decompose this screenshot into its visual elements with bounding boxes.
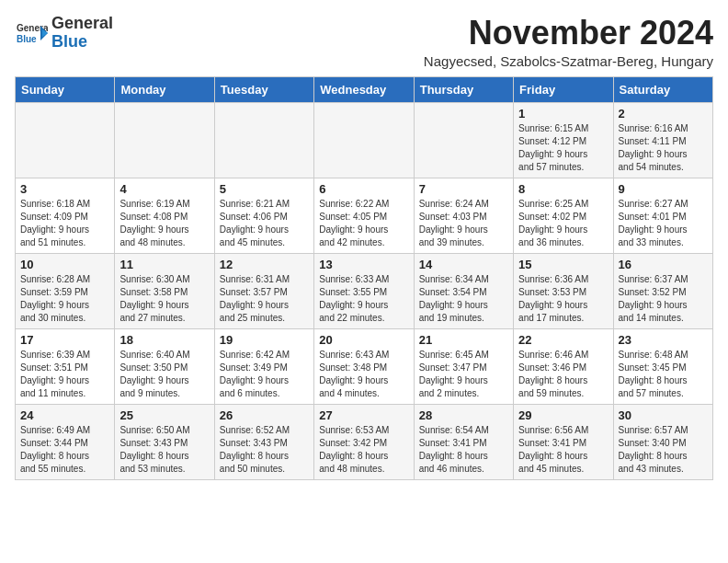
day-info: Sunrise: 6:30 AM Sunset: 3:58 PM Dayligh… [119,273,209,325]
header-day-saturday: Saturday [613,76,712,102]
calendar-cell: 8Sunrise: 6:25 AM Sunset: 4:02 PM Daylig… [514,178,613,253]
day-info: Sunrise: 6:56 AM Sunset: 3:41 PM Dayligh… [518,424,608,476]
calendar-cell: 12Sunrise: 6:31 AM Sunset: 3:57 PM Dayli… [214,253,313,328]
calendar-header: SundayMondayTuesdayWednesdayThursdayFrid… [16,76,713,102]
day-info: Sunrise: 6:52 AM Sunset: 3:43 PM Dayligh… [220,424,309,476]
day-info: Sunrise: 6:43 AM Sunset: 3:48 PM Dayligh… [319,349,408,400]
logo: General Blue General Blue [15,15,113,52]
day-number: 24 [20,408,109,422]
day-number: 23 [619,333,708,347]
day-info: Sunrise: 6:25 AM Sunset: 4:02 PM Dayligh… [518,198,608,249]
calendar-cell: 6Sunrise: 6:22 AM Sunset: 4:05 PM Daylig… [314,178,414,253]
calendar-cell: 15Sunrise: 6:36 AM Sunset: 3:53 PM Dayli… [514,253,613,328]
day-info: Sunrise: 6:31 AM Sunset: 3:57 PM Dayligh… [220,273,309,325]
day-info: Sunrise: 6:21 AM Sunset: 4:06 PM Dayligh… [220,198,309,249]
day-info: Sunrise: 6:39 AM Sunset: 3:51 PM Dayligh… [20,349,109,400]
calendar-cell [314,102,414,178]
calendar-cell: 21Sunrise: 6:45 AM Sunset: 3:47 PM Dayli… [414,328,513,404]
day-info: Sunrise: 6:57 AM Sunset: 3:40 PM Dayligh… [619,424,708,476]
day-number: 22 [518,333,608,347]
week-row: 10Sunrise: 6:28 AM Sunset: 3:59 PM Dayli… [16,253,713,328]
day-number: 9 [619,182,708,196]
day-info: Sunrise: 6:28 AM Sunset: 3:59 PM Dayligh… [20,273,109,325]
day-info: Sunrise: 6:53 AM Sunset: 3:42 PM Dayligh… [319,424,408,476]
day-info: Sunrise: 6:33 AM Sunset: 3:55 PM Dayligh… [319,273,408,325]
calendar-cell: 25Sunrise: 6:50 AM Sunset: 3:43 PM Dayli… [115,404,214,479]
location: Nagyecsed, Szabolcs-Szatmar-Bereg, Hunga… [424,53,713,69]
calendar-cell: 2Sunrise: 6:16 AM Sunset: 4:11 PM Daylig… [613,102,712,178]
week-row: 24Sunrise: 6:49 AM Sunset: 3:44 PM Dayli… [16,404,713,479]
calendar-cell: 9Sunrise: 6:27 AM Sunset: 4:01 PM Daylig… [613,178,712,253]
calendar-cell: 17Sunrise: 6:39 AM Sunset: 3:51 PM Dayli… [16,328,115,404]
day-number: 27 [319,408,408,422]
day-number: 12 [220,258,309,271]
day-info: Sunrise: 6:16 AM Sunset: 4:11 PM Dayligh… [619,122,708,174]
day-number: 28 [419,408,508,422]
calendar-cell [16,102,115,178]
calendar-cell: 3Sunrise: 6:18 AM Sunset: 4:09 PM Daylig… [16,178,115,253]
day-number: 21 [419,333,508,347]
calendar-cell: 23Sunrise: 6:48 AM Sunset: 3:45 PM Dayli… [613,328,712,404]
day-number: 1 [518,107,608,121]
calendar-cell: 20Sunrise: 6:43 AM Sunset: 3:48 PM Dayli… [314,328,414,404]
logo-icon: General Blue [15,17,48,50]
calendar-cell: 1Sunrise: 6:15 AM Sunset: 4:12 PM Daylig… [514,102,613,178]
day-info: Sunrise: 6:24 AM Sunset: 4:03 PM Dayligh… [419,198,508,249]
day-info: Sunrise: 6:46 AM Sunset: 3:46 PM Dayligh… [518,349,608,400]
day-number: 16 [619,258,708,271]
day-number: 20 [319,333,408,347]
day-info: Sunrise: 6:49 AM Sunset: 3:44 PM Dayligh… [20,424,109,476]
day-info: Sunrise: 6:15 AM Sunset: 4:12 PM Dayligh… [518,122,608,174]
header-day-sunday: Sunday [16,76,115,102]
page-header: General Blue General Blue November 2024 … [15,15,713,69]
header-day-wednesday: Wednesday [314,76,414,102]
day-info: Sunrise: 6:37 AM Sunset: 3:52 PM Dayligh… [619,273,708,325]
calendar-cell: 22Sunrise: 6:46 AM Sunset: 3:46 PM Dayli… [514,328,613,404]
calendar-cell: 26Sunrise: 6:52 AM Sunset: 3:43 PM Dayli… [214,404,313,479]
logo-blue: Blue [51,32,87,51]
header-day-thursday: Thursday [414,76,513,102]
day-info: Sunrise: 6:34 AM Sunset: 3:54 PM Dayligh… [419,273,508,325]
day-info: Sunrise: 6:48 AM Sunset: 3:45 PM Dayligh… [619,349,708,400]
day-number: 5 [220,182,309,196]
header-day-friday: Friday [514,76,613,102]
week-row: 17Sunrise: 6:39 AM Sunset: 3:51 PM Dayli… [16,328,713,404]
header-day-tuesday: Tuesday [214,76,313,102]
calendar-cell: 13Sunrise: 6:33 AM Sunset: 3:55 PM Dayli… [314,253,414,328]
week-row: 3Sunrise: 6:18 AM Sunset: 4:09 PM Daylig… [16,178,713,253]
calendar-cell [214,102,313,178]
calendar-cell: 5Sunrise: 6:21 AM Sunset: 4:06 PM Daylig… [214,178,313,253]
calendar-cell: 24Sunrise: 6:49 AM Sunset: 3:44 PM Dayli… [16,404,115,479]
header-row: SundayMondayTuesdayWednesdayThursdayFrid… [16,76,713,102]
calendar-cell: 28Sunrise: 6:54 AM Sunset: 3:41 PM Dayli… [414,404,513,479]
logo-text: General Blue [51,15,113,52]
day-number: 19 [220,333,309,347]
day-number: 11 [119,258,209,271]
calendar-cell: 10Sunrise: 6:28 AM Sunset: 3:59 PM Dayli… [16,253,115,328]
day-number: 2 [619,107,708,121]
calendar-body: 1Sunrise: 6:15 AM Sunset: 4:12 PM Daylig… [16,102,713,479]
day-number: 7 [419,182,508,196]
day-info: Sunrise: 6:50 AM Sunset: 3:43 PM Dayligh… [119,424,209,476]
calendar-cell [414,102,513,178]
calendar-cell: 7Sunrise: 6:24 AM Sunset: 4:03 PM Daylig… [414,178,513,253]
day-info: Sunrise: 6:18 AM Sunset: 4:09 PM Dayligh… [20,198,109,249]
day-number: 10 [20,258,109,271]
calendar-cell: 16Sunrise: 6:37 AM Sunset: 3:52 PM Dayli… [613,253,712,328]
calendar-cell: 27Sunrise: 6:53 AM Sunset: 3:42 PM Dayli… [314,404,414,479]
calendar-cell: 4Sunrise: 6:19 AM Sunset: 4:08 PM Daylig… [115,178,214,253]
calendar-cell: 11Sunrise: 6:30 AM Sunset: 3:58 PM Dayli… [115,253,214,328]
day-number: 8 [518,182,608,196]
day-number: 18 [119,333,209,347]
day-number: 15 [518,258,608,271]
calendar-cell: 19Sunrise: 6:42 AM Sunset: 3:49 PM Dayli… [214,328,313,404]
day-number: 14 [419,258,508,271]
day-number: 17 [20,333,109,347]
week-row: 1Sunrise: 6:15 AM Sunset: 4:12 PM Daylig… [16,102,713,178]
day-number: 6 [319,182,408,196]
calendar-table: SundayMondayTuesdayWednesdayThursdayFrid… [15,76,713,480]
calendar-cell [115,102,214,178]
calendar-cell: 18Sunrise: 6:40 AM Sunset: 3:50 PM Dayli… [115,328,214,404]
calendar-cell: 30Sunrise: 6:57 AM Sunset: 3:40 PM Dayli… [613,404,712,479]
calendar-cell: 29Sunrise: 6:56 AM Sunset: 3:41 PM Dayli… [514,404,613,479]
